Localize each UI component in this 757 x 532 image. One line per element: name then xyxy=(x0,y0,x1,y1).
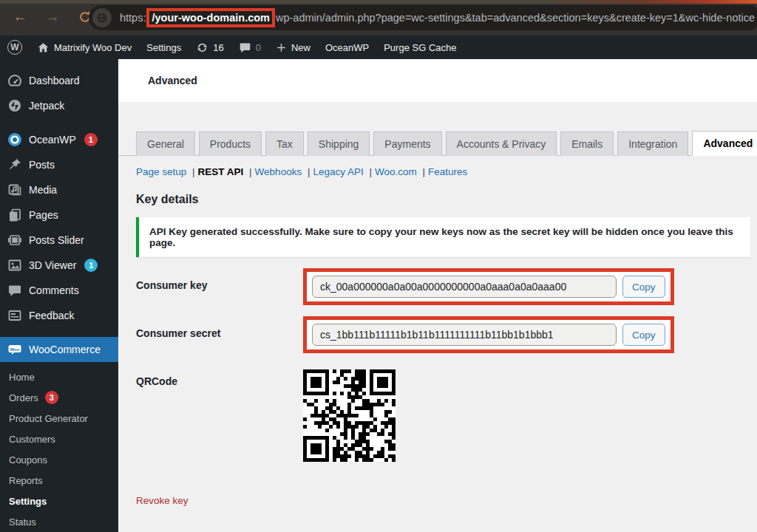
browser-forward-icon[interactable]: → xyxy=(43,7,62,27)
sidebar-item-pages[interactable]: Pages xyxy=(0,202,118,228)
qrcode-label: QRCode xyxy=(136,369,303,387)
sidebar-item-label: Media xyxy=(29,184,57,196)
consumer-secret-input[interactable] xyxy=(312,324,617,346)
tab-general[interactable]: General xyxy=(136,132,195,156)
subnav-rest-api[interactable]: REST API xyxy=(198,166,244,177)
sidebar-item-woocommerce[interactable]: Woo WooCommerce xyxy=(0,337,118,362)
sidebar-separator xyxy=(0,118,118,127)
wordpress-logo-icon: W xyxy=(7,40,22,55)
submenu-label: Settings xyxy=(9,496,47,507)
consumer-key-copy-button[interactable]: Copy xyxy=(622,276,665,298)
submenu-item-coupons[interactable]: Coupons xyxy=(0,449,118,470)
browser-address-bar[interactable]: https:/your-woo-domain.comwp-admin/admin… xyxy=(89,5,757,30)
subnav-separator: | xyxy=(186,166,197,177)
consumer-secret-copy-button[interactable]: Copy xyxy=(622,324,665,346)
sidebar-item-label: Feedback xyxy=(29,310,74,321)
tab-integration[interactable]: Integration xyxy=(617,132,688,156)
oceanwp-label: OceanWP xyxy=(325,42,369,53)
submenu-item-settings[interactable]: Settings xyxy=(0,491,118,511)
submenu-label: Reports xyxy=(9,475,43,486)
sidebar-item-feedback[interactable]: Feedback xyxy=(0,303,118,328)
key-details-form: Consumer key Copy Consumer secret Copy Q… xyxy=(136,268,757,465)
submenu-item-customers[interactable]: Customers xyxy=(0,429,118,449)
submenu-label: Coupons xyxy=(9,454,47,466)
sidebar-item-label: Posts xyxy=(29,159,55,171)
comments-icon xyxy=(7,283,22,298)
sidebar-item-comments[interactable]: Comments xyxy=(0,278,118,303)
section-title: Key details xyxy=(136,193,757,206)
dashboard-icon xyxy=(7,73,22,88)
plus-icon xyxy=(276,42,287,53)
submenu-item-home[interactable]: Home xyxy=(0,366,118,387)
new-content-menu[interactable]: New xyxy=(268,35,318,59)
subnav-separator: | xyxy=(417,166,428,177)
sidebar-item-label: Pages xyxy=(29,209,58,221)
site-info-globe-icon[interactable] xyxy=(92,8,112,27)
svg-text:Woo: Woo xyxy=(10,347,20,352)
site-name-label: Matrixify Woo Dev xyxy=(54,42,132,53)
content-header: Advanced xyxy=(118,59,757,102)
consumer-key-row: Consumer key Copy xyxy=(136,268,757,305)
submenu-item-product-generator[interactable]: Product Generator xyxy=(0,408,118,429)
settings-menu[interactable]: Settings xyxy=(139,35,189,59)
site-name-menu[interactable]: Matrixify Woo Dev xyxy=(30,35,139,59)
tab-accounts-privacy[interactable]: Accounts & Privacy xyxy=(446,132,557,156)
browser-toolbar: ← → https:/your-woo-domain.comwp-admin/a… xyxy=(0,0,757,35)
sidebar-item-3d-viewer[interactable]: 3D Viewer 1 xyxy=(0,253,118,278)
sidebar-item-media[interactable]: Media xyxy=(0,177,118,202)
oceanwp-icon xyxy=(7,132,22,147)
submenu-item-orders[interactable]: Orders3 xyxy=(0,387,118,408)
sidebar-item-oceanwp[interactable]: OceanWP 1 xyxy=(0,127,118,152)
pushpin-icon xyxy=(7,157,22,172)
update-icon xyxy=(196,41,208,54)
consumer-key-annotation-box: Copy xyxy=(303,268,674,305)
sidebar-item-posts-slider[interactable]: Posts Slider xyxy=(0,228,118,253)
tab-products[interactable]: Products xyxy=(199,132,262,156)
subnav-separator: | xyxy=(243,166,254,177)
subnav-legacy-api[interactable]: Legacy API xyxy=(313,166,363,177)
browser-back-icon[interactable]: ← xyxy=(10,7,30,27)
sidebar-item-dashboard[interactable]: Dashboard xyxy=(0,68,118,93)
tab-shipping[interactable]: Shipping xyxy=(308,132,370,156)
subnav-separator: | xyxy=(364,166,375,177)
purge-cache-menu[interactable]: Purge SG Cache xyxy=(376,35,464,59)
3d-viewer-badge: 1 xyxy=(84,259,98,272)
consumer-key-label: Consumer key xyxy=(136,268,303,291)
wp-admin-bar: W Matrixify Woo Dev Settings 16 0 New xyxy=(0,35,757,59)
image-icon xyxy=(7,258,22,273)
wp-logo-menu[interactable]: W xyxy=(0,35,30,59)
tab-emails[interactable]: Emails xyxy=(560,132,614,156)
submenu-label: Customers xyxy=(9,434,55,445)
orders-badge: 3 xyxy=(45,391,58,404)
oceanwp-menu[interactable]: OceanWP xyxy=(318,35,376,59)
woocommerce-submenu: Home Orders3 Product Generator Customers… xyxy=(0,362,118,532)
sidebar-item-label: WooCommerce xyxy=(29,344,101,355)
subnav-woo-com[interactable]: Woo.com xyxy=(375,166,417,177)
page-title: Advanced xyxy=(148,75,197,86)
update-count: 16 xyxy=(213,42,223,53)
home-icon xyxy=(37,41,50,54)
sidebar-item-jetpack[interactable]: Jetpack xyxy=(0,93,118,118)
tab-payments[interactable]: Payments xyxy=(373,132,441,156)
consumer-key-input[interactable] xyxy=(312,276,617,298)
tab-tax[interactable]: Tax xyxy=(265,132,304,156)
submenu-item-status[interactable]: Status xyxy=(0,511,118,532)
submenu-label: Orders xyxy=(9,392,38,403)
subnav-page-setup[interactable]: Page setup xyxy=(136,166,186,177)
sidebar-item-posts[interactable]: Posts xyxy=(0,152,118,177)
woocommerce-icon: Woo xyxy=(7,342,22,357)
sidebar-item-label: OceanWP xyxy=(29,134,76,146)
submenu-item-reports[interactable]: Reports xyxy=(0,470,118,491)
comment-count: 0 xyxy=(256,42,261,53)
revoke-key-link[interactable]: Revoke key xyxy=(136,495,189,506)
subnav-features[interactable]: Features xyxy=(428,166,467,177)
tab-advanced[interactable]: Advanced xyxy=(692,131,757,156)
sidebar-item-label: Comments xyxy=(29,284,79,296)
media-icon xyxy=(7,183,22,197)
sidebar-item-label: Posts Slider xyxy=(29,234,84,246)
qr-code-image xyxy=(303,369,396,462)
subnav-webhooks[interactable]: Webhooks xyxy=(255,166,302,177)
sidebar-item-label: Dashboard xyxy=(29,75,80,86)
updates-menu[interactable]: 16 xyxy=(189,35,231,59)
comments-menu[interactable]: 0 xyxy=(231,35,268,59)
